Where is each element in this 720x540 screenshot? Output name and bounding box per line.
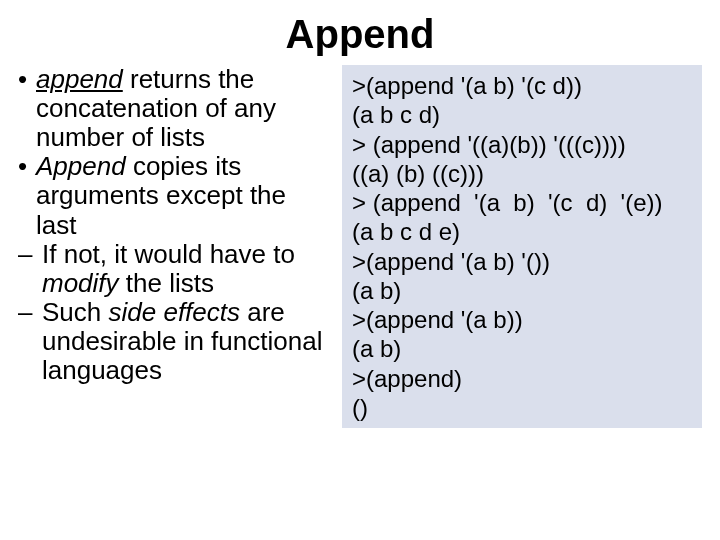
left-column: • append returns the concatenation of an… [18,65,330,428]
em-append2: Append [36,151,126,181]
bullet-4: – Such side effects are undesirable in f… [18,298,330,385]
code-line: >(append '(a b) '(c d)) [352,71,694,100]
code-line: >(append '(a b)) [352,305,694,334]
bullet-marker: • [18,152,36,239]
bullet-1: • append returns the concatenation of an… [18,65,330,152]
code-line: >(append) [352,364,694,393]
em-modify: modify [42,268,119,298]
code-line: () [352,393,694,422]
dash-marker: – [18,298,42,385]
code-line: ((a) (b) ((c))) [352,159,694,188]
dash-marker: – [18,240,42,298]
slide-body: • append returns the concatenation of an… [18,65,702,428]
b4-pre: Such [42,297,109,327]
code-block: >(append '(a b) '(c d)) (a b c d) > (app… [342,65,702,428]
code-line: (a b c d e) [352,217,694,246]
b3-pre: If not, it would have to [42,239,295,269]
code-line: (a b c d) [352,100,694,129]
em-side-effects: side effects [109,297,241,327]
em-append: append [36,64,123,94]
code-line: >(append '(a b) '()) [352,247,694,276]
bullet-text: Such side effects are undesirable in fun… [42,298,330,385]
bullet-3: – If not, it would have to modify the li… [18,240,330,298]
bullet-text: Append copies its arguments except the l… [36,152,330,239]
bullet-text: If not, it would have to modify the list… [42,240,330,298]
code-line: (a b) [352,334,694,363]
code-line: (a b) [352,276,694,305]
bullet-marker: • [18,65,36,152]
code-line: > (append '(a b) '(c d) '(e)) [352,188,694,217]
b3-post: the lists [119,268,214,298]
slide-title: Append [18,12,702,57]
code-line: > (append '((a)(b)) '(((c)))) [352,130,694,159]
bullet-2: • Append copies its arguments except the… [18,152,330,239]
bullet-text: append returns the concatenation of any … [36,65,330,152]
slide: Append • append returns the concatenatio… [0,0,720,540]
